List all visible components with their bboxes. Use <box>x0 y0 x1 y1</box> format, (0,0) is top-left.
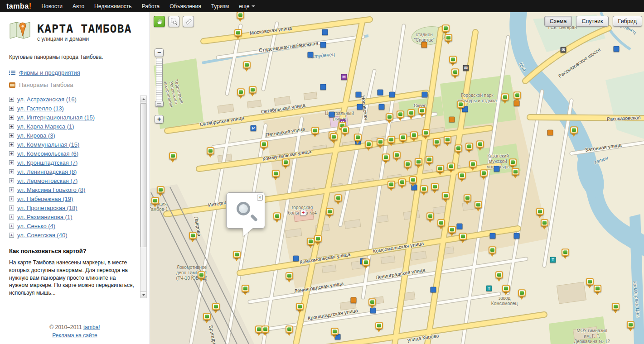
panorama-marker[interactable] <box>479 169 488 181</box>
street-link[interactable]: ул. Кронштадтская (7) <box>17 159 77 166</box>
zoom-slider-handle[interactable] <box>155 101 164 107</box>
panorama-marker[interactable] <box>403 160 412 172</box>
panorama-marker[interactable] <box>500 93 509 105</box>
panorama-marker[interactable] <box>325 208 334 220</box>
panorama-marker[interactable] <box>236 12 245 23</box>
panorama-marker[interactable] <box>188 232 197 244</box>
expand-plus-icon[interactable]: + <box>9 151 14 156</box>
street-link[interactable]: ул. Пролетарская (18) <box>17 205 77 211</box>
nav-item[interactable]: Новости <box>41 3 62 10</box>
panorama-marker[interactable] <box>408 176 417 188</box>
expand-plus-icon[interactable]: + <box>9 115 14 120</box>
panorama-marker[interactable] <box>241 285 250 296</box>
panorama-marker[interactable] <box>425 156 434 167</box>
panorama-marker[interactable] <box>436 165 445 177</box>
panorama-marker[interactable] <box>430 183 439 195</box>
panorama-marker[interactable] <box>417 107 426 119</box>
panorama-marker[interactable] <box>535 208 544 220</box>
expand-plus-icon[interactable]: + <box>9 215 14 220</box>
panorama-marker[interactable] <box>364 140 373 152</box>
ruler-tool-button[interactable] <box>183 16 194 27</box>
panorama-marker[interactable] <box>465 143 474 154</box>
nav-item[interactable]: Недвижимость <box>94 3 132 10</box>
site-logo[interactable]: tamba! <box>6 2 31 10</box>
street-link[interactable]: ул. Астраханская (16) <box>17 96 77 103</box>
panorama-marker[interactable] <box>376 138 385 150</box>
panorama-marker[interactable] <box>340 126 349 138</box>
panorama-marker[interactable] <box>330 328 339 339</box>
panorama-marker[interactable] <box>285 272 294 284</box>
panorama-marker[interactable] <box>197 271 206 283</box>
panorama-marker[interactable] <box>511 168 520 180</box>
street-link[interactable]: ул. Комсомольская (6) <box>17 150 78 157</box>
panorama-marker[interactable] <box>387 181 396 192</box>
scroll-down-button[interactable] <box>140 291 146 298</box>
panorama-marker[interactable] <box>446 162 455 174</box>
street-link[interactable]: ул. Сенько (4) <box>17 223 55 229</box>
panorama-marker[interactable] <box>443 136 452 148</box>
zoom-select-tool-button[interactable] <box>168 16 179 27</box>
expand-plus-icon[interactable]: + <box>9 178 14 183</box>
panorama-marker[interactable] <box>236 88 245 100</box>
sidebar-scrollbar[interactable] <box>140 96 147 298</box>
expand-plus-icon[interactable]: + <box>9 205 14 210</box>
expand-plus-icon[interactable]: + <box>9 142 14 147</box>
street-link[interactable]: ул. Коммунальная (15) <box>17 141 79 148</box>
panorama-marker[interactable] <box>468 160 477 172</box>
panorama-marker[interactable] <box>463 194 472 206</box>
expand-plus-icon[interactable]: + <box>9 196 14 201</box>
panorama-marker[interactable] <box>513 91 522 103</box>
map-type-Схема[interactable]: Схема <box>544 16 572 27</box>
panorama-marker[interactable] <box>444 34 453 46</box>
panorama-marker[interactable] <box>353 134 362 145</box>
map-canvas[interactable]: Московская улицаСтуденецкая набережнаяСт… <box>150 12 644 344</box>
panorama-marker[interactable] <box>281 158 290 170</box>
street-link[interactable]: ул. Гастелло (13) <box>17 105 64 112</box>
nav-item[interactable]: еще <box>239 3 255 10</box>
scroll-up-button[interactable] <box>140 96 146 102</box>
expand-plus-icon[interactable]: + <box>9 187 14 192</box>
expand-plus-icon[interactable]: + <box>9 169 14 174</box>
panorama-marker[interactable] <box>419 185 428 197</box>
panorama-marker[interactable] <box>450 68 460 80</box>
nav-item[interactable]: Авто <box>73 3 84 10</box>
street-link[interactable]: ул. Рахманинова (1) <box>17 214 73 220</box>
street-link[interactable]: ул. Советская (40) <box>17 232 67 239</box>
expand-plus-icon[interactable]: + <box>9 233 14 238</box>
panorama-marker[interactable] <box>611 303 620 315</box>
street-link[interactable]: ул. Карла Маркса (1) <box>17 123 74 130</box>
panorama-marker[interactable] <box>156 186 165 198</box>
panorama-marker[interactable] <box>474 201 483 213</box>
zoom-in-button[interactable]: + <box>155 115 164 124</box>
panorama-marker[interactable] <box>457 172 466 183</box>
footer-brand-link[interactable]: tamba! <box>83 324 100 330</box>
nav-item[interactable]: Объявления <box>169 3 201 10</box>
panorama-marker[interactable] <box>232 251 241 263</box>
panorama-marker[interactable] <box>396 110 405 122</box>
street-link[interactable]: ул. Кирова (3) <box>17 132 55 139</box>
panorama-marker[interactable] <box>421 129 430 141</box>
panorama-marker[interactable] <box>285 325 294 337</box>
street-link[interactable]: ул. Набережная (19) <box>17 196 73 202</box>
panorama-marker[interactable] <box>361 258 370 270</box>
panorama-marker[interactable] <box>271 170 280 182</box>
street-link[interactable]: ул. Ленинградская (8) <box>17 168 77 175</box>
panorama-marker[interactable] <box>168 152 177 164</box>
panorama-marker[interactable] <box>295 303 304 315</box>
panorama-marker[interactable] <box>447 226 456 238</box>
panorama-marker[interactable] <box>397 178 407 190</box>
nav-item[interactable]: Работа <box>142 3 160 10</box>
panorama-marker[interactable] <box>334 194 343 206</box>
street-link[interactable]: ул. Интернациональная (15) <box>17 114 95 121</box>
expand-plus-icon[interactable]: + <box>9 160 14 165</box>
panorama-marker[interactable] <box>259 140 268 152</box>
panorama-marker[interactable] <box>206 147 215 159</box>
pan-tool-button[interactable] <box>154 16 165 27</box>
firms-link[interactable]: Фирмы и предприятия <box>19 69 80 76</box>
panorama-marker[interactable] <box>310 127 320 139</box>
panorama-marker[interactable] <box>150 197 160 209</box>
panorama-marker[interactable] <box>475 140 484 152</box>
panorama-marker[interactable] <box>540 219 549 231</box>
expand-plus-icon[interactable]: + <box>9 97 14 102</box>
panorama-marker[interactable] <box>374 322 383 334</box>
